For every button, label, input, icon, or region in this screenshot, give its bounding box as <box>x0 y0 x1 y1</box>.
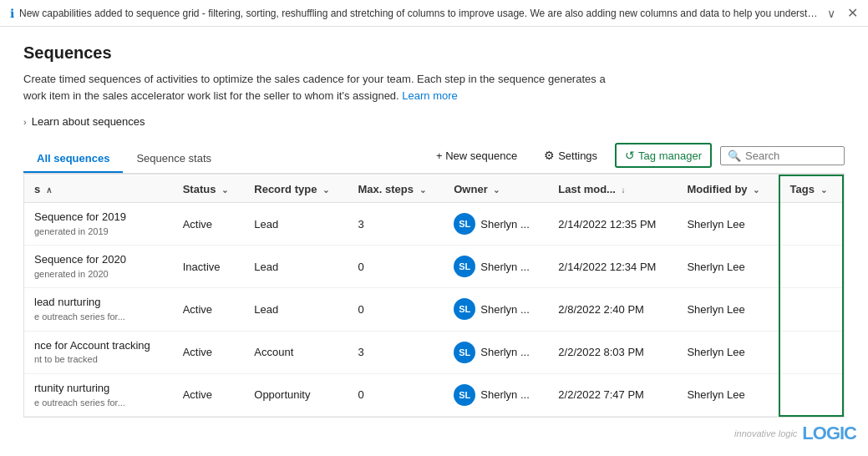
search-box[interactable]: 🔍 <box>720 146 845 165</box>
cell-owner: SL Sherlyn ... <box>444 373 548 416</box>
settings-button[interactable]: ⚙ Settings <box>535 144 607 167</box>
tab-sequence-stats[interactable]: Sequence stats <box>123 145 225 173</box>
sort-icon-name: ∧ <box>46 185 52 195</box>
cell-max-steps: 3 <box>348 203 444 246</box>
page-description: Create timed sequences of activities to … <box>23 71 608 104</box>
cell-owner: SL Sherlyn ... <box>444 288 548 331</box>
cell-tags <box>779 373 844 416</box>
cell-max-steps: 3 <box>348 331 444 373</box>
sort-icon-owner: ⌄ <box>493 185 500 195</box>
col-header-record-type[interactable]: Record type ⌄ <box>244 175 348 203</box>
cell-last-modified: 2/2/2022 7:47 PM <box>548 373 677 416</box>
toolbar: + New sequence ⚙ Settings ↺ Tag manager … <box>427 143 845 173</box>
sort-icon-status: ⌄ <box>221 185 228 195</box>
col-header-last-modified[interactable]: Last mod... ↓ <box>548 175 677 203</box>
watermark-logo: LOGIC <box>802 423 856 444</box>
col-header-status[interactable]: Status ⌄ <box>173 175 245 203</box>
watermark: innovative logic LOGIC <box>734 423 856 444</box>
cell-tags <box>779 288 844 331</box>
cell-modified-by: Sherlyn Lee <box>677 246 779 288</box>
cell-last-modified: 2/14/2022 12:35 PM <box>548 203 677 246</box>
sort-icon-modified-by: ⌄ <box>753 185 759 195</box>
avatar: SL <box>454 342 475 363</box>
cell-record-type: Lead <box>244 246 348 288</box>
info-icon: ℹ <box>10 7 14 20</box>
col-header-name[interactable]: s ∧ <box>24 175 173 203</box>
watermark-text: innovative logic <box>734 428 797 438</box>
tabs-toolbar-row: All sequences Sequence stats + New seque… <box>23 143 845 174</box>
tab-all-sequences[interactable]: All sequences <box>23 145 123 173</box>
sequences-table-wrapper: s ∧ Status ⌄ Record type ⌄ Max. steps ⌄ <box>23 174 845 418</box>
notification-close[interactable]: ✕ <box>847 5 858 21</box>
learn-about-label: Learn about sequences <box>32 115 145 128</box>
notification-bar: ℹ New capabilities added to sequence gri… <box>0 0 868 27</box>
sort-icon-tags: ⌄ <box>820 185 827 195</box>
tag-manager-label: Tag manager <box>638 149 702 162</box>
new-sequence-button[interactable]: + New sequence <box>427 144 526 167</box>
cell-status: Active <box>173 373 245 416</box>
sort-icon-max-steps: ⌄ <box>419 185 426 195</box>
cell-max-steps: 0 <box>348 373 444 416</box>
sequences-table: s ∧ Status ⌄ Record type ⌄ Max. steps ⌄ <box>24 175 844 417</box>
owner-name: Sherlyn ... <box>480 346 530 358</box>
avatar: SL <box>454 256 475 277</box>
cell-name: nce for Account tracking nt to be tracke… <box>24 331 173 373</box>
avatar: SL <box>454 384 475 406</box>
cell-last-modified: 2/14/2022 12:34 PM <box>548 246 677 288</box>
cell-status: Active <box>173 288 245 331</box>
cell-status: Inactive <box>173 246 245 288</box>
cell-owner: SL Sherlyn ... <box>444 331 548 373</box>
page-title: Sequences <box>23 43 845 63</box>
col-header-owner[interactable]: Owner ⌄ <box>444 175 548 203</box>
sort-icon-last-modified: ↓ <box>622 185 626 195</box>
chevron-right-icon: › <box>23 117 27 127</box>
settings-icon: ⚙ <box>544 149 555 162</box>
table-header-row: s ∧ Status ⌄ Record type ⌄ Max. steps ⌄ <box>24 175 843 203</box>
cell-record-type: Account <box>244 331 348 373</box>
search-icon: 🔍 <box>728 149 741 162</box>
cell-tags <box>779 331 844 373</box>
cell-name: Sequence for 2019 generated in 2019 <box>24 203 173 246</box>
col-header-tags[interactable]: Tags ⌄ <box>779 175 844 203</box>
cell-modified-by: Sherlyn Lee <box>677 331 779 373</box>
col-header-modified-by[interactable]: Modified by ⌄ <box>677 175 779 203</box>
tag-manager-button[interactable]: ↺ Tag manager <box>615 143 712 168</box>
search-input[interactable] <box>745 149 837 162</box>
cell-modified-by: Sherlyn Lee <box>677 203 779 246</box>
tab-group: All sequences Sequence stats <box>23 144 225 172</box>
learn-about-section[interactable]: › Learn about sequences <box>23 115 845 128</box>
new-sequence-label: + New sequence <box>436 149 517 162</box>
table-row: rtunity nurturing e outreach series for.… <box>24 373 843 416</box>
table-row: nce for Account tracking nt to be tracke… <box>24 331 843 373</box>
cell-record-type: Lead <box>244 288 348 331</box>
tag-icon: ↺ <box>625 149 635 162</box>
cell-status: Active <box>173 331 245 373</box>
avatar: SL <box>454 213 475 235</box>
owner-name: Sherlyn ... <box>480 218 530 231</box>
cell-name: Sequence for 2020 generated in 2020 <box>24 246 173 288</box>
table-row: lead nurturing e outreach series for... … <box>24 288 843 331</box>
cell-status: Active <box>173 203 245 246</box>
learn-more-link[interactable]: Learn more <box>402 89 457 102</box>
avatar: SL <box>454 298 475 320</box>
settings-label: Settings <box>558 149 597 162</box>
cell-tags <box>779 246 844 288</box>
cell-owner: SL Sherlyn ... <box>444 203 548 246</box>
table-row: Sequence for 2019 generated in 2019 Acti… <box>24 203 843 246</box>
cell-last-modified: 2/8/2022 2:40 PM <box>548 288 677 331</box>
table-row: Sequence for 2020 generated in 2020 Inac… <box>24 246 843 288</box>
col-header-max-steps[interactable]: Max. steps ⌄ <box>348 175 444 203</box>
cell-owner: SL Sherlyn ... <box>444 246 548 288</box>
cell-last-modified: 2/2/2022 8:03 PM <box>548 331 677 373</box>
notification-text: New capabilities added to sequence grid … <box>19 8 822 19</box>
notification-chevron[interactable]: ∨ <box>827 7 835 20</box>
cell-tags <box>779 203 844 246</box>
cell-modified-by: Sherlyn Lee <box>677 288 779 331</box>
main-content: Sequences Create timed sequences of acti… <box>0 27 868 418</box>
owner-name: Sherlyn ... <box>480 388 530 401</box>
cell-max-steps: 0 <box>348 246 444 288</box>
cell-name: lead nurturing e outreach series for... <box>24 288 173 331</box>
cell-name: rtunity nurturing e outreach series for.… <box>24 373 173 416</box>
desc-text: Create timed sequences of activities to … <box>23 73 606 102</box>
cell-modified-by: Sherlyn Lee <box>677 373 779 416</box>
